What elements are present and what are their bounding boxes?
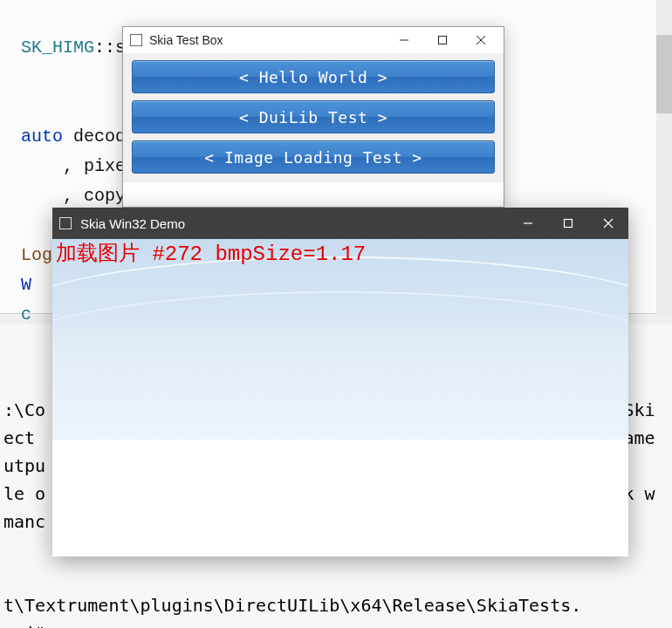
- minimize-button[interactable]: [385, 28, 423, 52]
- demo-titlebar[interactable]: Skia Win32 Demo: [52, 208, 628, 239]
- editor-scrollbar-thumb[interactable]: [656, 35, 672, 113]
- duilib-test-button[interactable]: < DuiLib Test >: [132, 100, 495, 133]
- close-button[interactable]: [462, 28, 500, 52]
- code-token: SK_HIMG: [21, 38, 94, 58]
- app-icon: [130, 34, 142, 46]
- minimize-button[interactable]: [508, 208, 548, 239]
- svg-rect-1: [439, 37, 447, 44]
- window-skia-win32-demo: Skia Win32 Demo 加载图片 #272 bmpSize=1.17: [52, 208, 628, 556]
- close-button[interactable]: [588, 208, 628, 239]
- app-icon: [59, 217, 72, 229]
- image-loading-test-button[interactable]: < Image Loading Test >: [132, 140, 495, 174]
- window-skia-test-box: Skia Test Box < Hello World > < DuiLib T…: [122, 26, 504, 208]
- testbox-body: < Hello World > < DuiLib Test > < Image …: [123, 53, 504, 182]
- svg-rect-5: [565, 220, 573, 228]
- hello-world-button[interactable]: < Hello World >: [132, 60, 495, 93]
- demo-canvas: 加载图片 #272 bmpSize=1.17: [52, 239, 628, 440]
- maximize-button[interactable]: [548, 208, 588, 239]
- canvas-status-text: 加载图片 #272 bmpSize=1.17: [56, 239, 366, 267]
- demo-title: Skia Win32 Demo: [80, 216, 508, 231]
- maximize-button[interactable]: [423, 28, 462, 52]
- editor-scrollbar[interactable]: [656, 0, 672, 314]
- testbox-title: Skia Test Box: [149, 33, 385, 47]
- testbox-titlebar[interactable]: Skia Test Box: [123, 27, 504, 53]
